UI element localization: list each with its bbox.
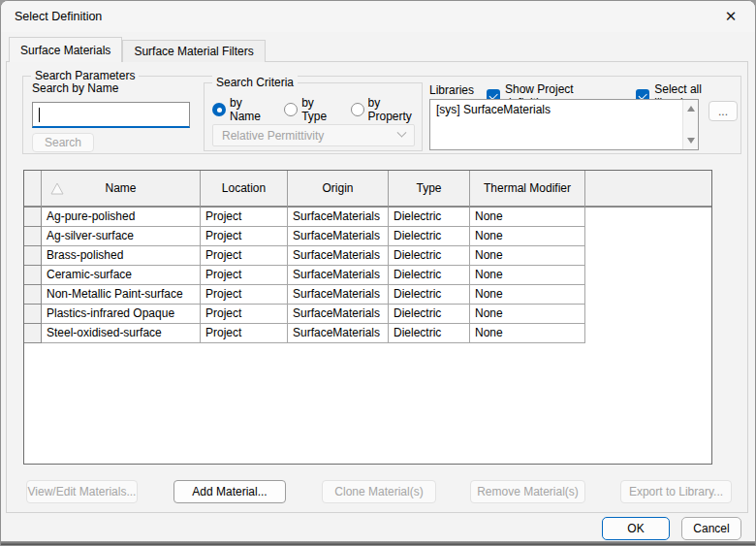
library-list-item[interactable]: [sys] SurfaceMaterials [430,100,698,119]
cancel-button-label: Cancel [693,522,729,535]
table-cell: Project [201,266,288,285]
corner-header-cell[interactable] [24,171,42,208]
table-cell: SurfaceMaterials [288,285,389,305]
tab-page: Search Parameters Search by Name Search … [6,61,748,513]
table-cell: SurfaceMaterials [288,208,389,227]
table-cell: Dielectric [389,266,470,285]
tab-label: Surface Material Filters [134,45,253,58]
row-selector[interactable] [24,305,42,324]
table-cell: None [470,285,585,305]
table-cell: Project [201,246,288,266]
remove-material-s-button[interactable]: Remove Material(s) [470,480,585,503]
radio-by-name[interactable]: by Name [212,96,271,123]
action-button-label: Remove Material(s) [477,485,579,498]
close-icon[interactable]: ✕ [720,7,741,26]
search-criteria-label: Search Criteria [212,76,298,89]
column-header-name[interactable]: Name [42,171,201,208]
radio-icon [212,103,226,116]
table-cell: None [470,266,585,285]
export-to-library-button[interactable]: Export to Library... [620,480,732,503]
row-filler [585,324,711,343]
table-cell: None [470,324,585,343]
table-cell: Dielectric [389,285,470,305]
tab-strip: Surface Materials Surface Material Filte… [6,37,266,62]
table-cell: None [470,305,585,324]
property-dropdown[interactable]: Relative Permittivity [212,124,415,146]
libraries-listbox[interactable]: [sys] SurfaceMaterials [429,99,699,150]
browse-libraries-button[interactable]: ... [709,101,738,121]
row-filler [585,285,711,305]
row-selector[interactable] [24,208,42,227]
table-cell: Ag-pure-polished [42,208,201,227]
table-header-row: Name Location Origin Type Thermal Modifi… [24,171,711,208]
row-selector[interactable] [24,285,42,305]
table-cell: Ag-silver-surface [42,227,201,246]
table-cell: Dielectric [389,324,470,343]
action-button-label: Add Material... [192,485,267,498]
radio-by-property[interactable]: by Property [351,96,422,123]
title-bar: Select Definition ✕ [1,1,755,32]
table-cell: SurfaceMaterials [288,324,389,343]
radio-by-type[interactable]: by Type [284,96,337,123]
browse-libraries-label: ... [718,105,728,118]
header-filler-cell [585,171,711,208]
search-button[interactable]: Search [32,133,94,152]
action-button-label: Clone Material(s) [334,485,423,498]
chevron-down-icon [397,128,407,138]
table-cell: Project [201,324,288,343]
column-header-location[interactable]: Location [201,171,288,208]
materials-table: Name Location Origin Type Thermal Modifi… [23,170,712,465]
select-definition-dialog: Select Definition ✕ Surface Materials Su… [0,0,756,546]
tab-label: Surface Materials [20,44,110,57]
add-material-button[interactable]: Add Material... [173,480,286,503]
column-header-thermal-modifier[interactable]: Thermal Modifier [470,171,585,208]
table-cell: None [470,246,585,266]
radio-icon [284,103,298,116]
table-row[interactable]: Ceramic-surfaceProjectSurfaceMaterialsDi… [24,266,711,285]
table-row[interactable]: Ag-silver-surfaceProjectSurfaceMaterials… [24,227,711,246]
clone-material-s-button[interactable]: Clone Material(s) [322,480,436,503]
row-selector[interactable] [24,324,42,343]
search-by-name-label: Search by Name [32,81,118,95]
action-button-label: View/Edit Materials... [28,485,137,498]
table-cell: None [470,227,585,246]
table-cell: Dielectric [389,246,470,266]
table-cell: None [470,208,585,227]
table-cell: SurfaceMaterials [288,266,389,285]
ok-button-label: OK [627,522,644,535]
cancel-button[interactable]: Cancel [681,517,741,540]
view-edit-materials-button[interactable]: View/Edit Materials... [26,480,138,503]
table-cell: Dielectric [389,208,470,227]
scroll-up-icon[interactable] [687,106,695,112]
table-row[interactable]: Brass-polishedProjectSurfaceMaterialsDie… [24,246,711,266]
row-filler [585,227,711,246]
search-input[interactable] [32,102,190,128]
tab-surface-material-filters[interactable]: Surface Material Filters [122,40,265,62]
table-cell: Ceramic-surface [42,266,201,285]
listbox-scrollbar[interactable] [682,100,698,149]
grid-body: Ag-pure-polishedProjectSurfaceMaterialsD… [24,208,711,343]
table-row[interactable]: Non-Metallic Paint-surfaceProjectSurface… [24,285,711,305]
text-caret [39,108,40,122]
table-cell: Steel-oxidised-surface [42,324,201,343]
column-header-label: Name [105,181,136,195]
ok-button[interactable]: OK [602,517,670,540]
column-header-label: Type [416,181,441,195]
column-header-label: Origin [322,181,353,195]
row-selector[interactable] [24,227,42,246]
search-button-label: Search [45,136,81,149]
table-row[interactable]: Ag-pure-polishedProjectSurfaceMaterialsD… [24,208,711,227]
tab-surface-materials[interactable]: Surface Materials [9,37,122,62]
row-selector[interactable] [24,246,42,266]
row-filler [585,246,711,266]
action-button-label: Export to Library... [629,485,723,498]
table-row[interactable]: Steel-oxidised-surfaceProjectSurfaceMate… [24,324,711,343]
column-header-type[interactable]: Type [389,171,470,208]
table-cell: SurfaceMaterials [288,246,389,266]
table-cell: SurfaceMaterials [288,227,389,246]
table-row[interactable]: Plastics-infrared OpaqueProjectSurfaceMa… [24,305,711,324]
column-header-origin[interactable]: Origin [288,171,389,208]
row-filler [585,266,711,285]
scroll-down-icon[interactable] [687,138,695,144]
row-selector[interactable] [24,266,42,285]
